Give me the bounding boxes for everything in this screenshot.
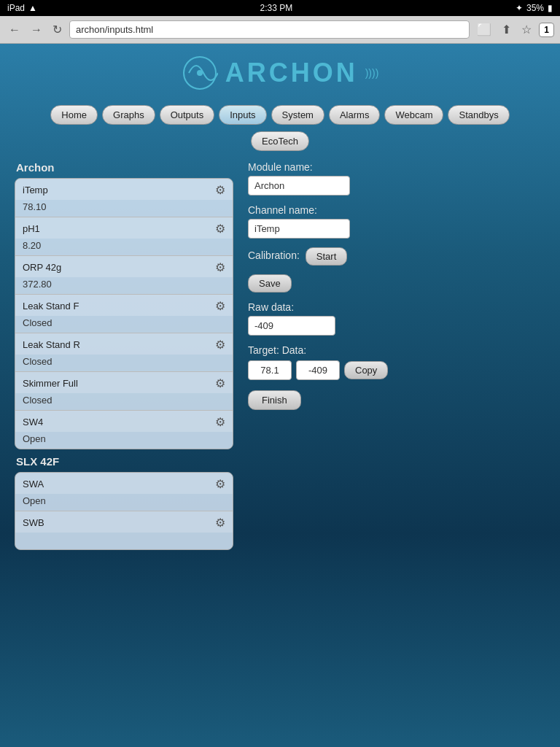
channel-ph1: pH1 ⚙ 8.20 [15,217,233,256]
battery-icon: ▮ [548,3,553,13]
gear-icon-swa[interactable]: ⚙ [215,477,225,491]
status-bar: iPad ▲ 2:33 PM ✦ 35% ▮ [0,0,560,16]
nav-standbys[interactable]: Standbys [448,105,509,125]
channel-value-itemp: 78.10 [15,200,233,217]
target-value: 78.1 [248,360,292,380]
status-bar-left: iPad ▲ [7,3,37,13]
svg-point-1 [197,70,203,76]
raw-data-label: Raw data: [248,301,545,313]
gear-icon-leak-r[interactable]: ⚙ [215,338,225,352]
gear-icon-orp[interactable]: ⚙ [215,260,225,274]
logo-wifi-icon: )))) [365,67,379,79]
reload-button[interactable]: ↻ [50,21,65,38]
finish-group: Finish [248,380,545,410]
channel-header-skimmer: Skimmer Full ⚙ [15,372,233,393]
channel-swb: SWB ⚙ [15,511,233,549]
channel-header-leak-r: Leak Stand R ⚙ [15,333,233,355]
channel-orp: ORP 42g ⚙ 372.80 [15,256,233,295]
channel-name-input[interactable] [248,219,350,239]
channel-name-sw4: SW4 [23,417,43,427]
url-bar[interactable] [69,20,470,39]
calibration-start-button[interactable]: Start [306,247,347,266]
channel-value-swa: Open [15,494,233,511]
logo-text: ARCHON [225,58,358,88]
raw-data-group: Raw data: -409 [248,301,545,336]
nav-outputs[interactable]: Outputs [160,105,215,125]
channel-swa: SWA ⚙ Open [15,473,233,511]
nav-graphs[interactable]: Graphs [102,105,155,125]
raw-data-value: -409 [248,316,335,336]
channel-name-orp: ORP 42g [23,262,61,273]
calibration-row: Calibration: Start [248,247,545,266]
channel-header-itemp: iTemp ⚙ [15,179,233,200]
gear-icon-ph1[interactable]: ⚙ [215,222,225,236]
battery-label: 35% [526,3,544,13]
channel-name-skimmer: Skimmer Full [23,378,78,389]
archon-module-list: iTemp ⚙ 78.10 pH1 ⚙ 8.20 ORP 42g ⚙ [15,178,233,449]
save-button[interactable]: Save [248,274,292,293]
gear-icon-sw4[interactable]: ⚙ [215,415,225,429]
channel-value-ph1: 8.20 [15,239,233,255]
channel-name-leak-r: Leak Stand R [23,339,80,350]
channel-value-sw4: Open [15,432,233,449]
header: ARCHON )))) [0,44,560,101]
channel-header-swb: SWB ⚙ [15,511,233,533]
finish-button[interactable]: Finish [248,390,301,410]
browser-chrome: ← → ↻ ⬜ ⬆ ☆ 1 [0,16,560,44]
time-label: 2:33 PM [260,3,293,13]
nav-alarms[interactable]: Alarms [329,105,380,125]
section-divider: SLX 42F SWA ⚙ Open SWB ⚙ [15,455,233,550]
module-name-group: Module name: [248,161,545,196]
gear-icon-itemp[interactable]: ⚙ [215,183,225,197]
logo-icon [182,55,218,91]
share-icon[interactable]: ⬜ [474,21,494,38]
channel-value-orp: 372.80 [15,277,233,294]
nav-ecotech[interactable]: EcoTech [251,131,309,151]
channel-header-leak-f: Leak Stand F ⚙ [15,295,233,316]
target-data-row: 78.1 -409 Copy [248,360,545,380]
wifi-icon: ▲ [28,3,37,13]
nav-bar-2: EcoTech [0,128,560,154]
status-bar-right: ✦ 35% ▮ [516,3,553,13]
copy-button[interactable]: Copy [344,361,388,379]
nav-system[interactable]: System [271,105,324,125]
channel-leak-stand-r: Leak Stand R ⚙ Closed [15,333,233,372]
channel-leak-stand-f: Leak Stand F ⚙ Closed [15,295,233,333]
channel-itemp: iTemp ⚙ 78.10 [15,179,233,217]
right-panel: Module name: Channel name: Calibration: … [248,161,545,550]
tab-count[interactable]: 1 [539,23,554,37]
data-value: -409 [296,360,340,380]
left-panel: Archon iTemp ⚙ 78.10 pH1 ⚙ 8.20 [15,161,233,550]
channel-header-orp: ORP 42g ⚙ [15,256,233,277]
channel-name-itemp: iTemp [23,185,48,196]
bookmark-icon[interactable]: ☆ [518,21,534,38]
logo-container: ARCHON )))) [182,55,379,91]
nav-inputs[interactable]: Inputs [219,105,266,125]
channel-header-ph1: pH1 ⚙ [15,217,233,239]
channel-value-leak-f: Closed [15,316,233,333]
channel-value-leak-r: Closed [15,355,233,371]
channel-value-swb [15,533,233,549]
module-name-input[interactable] [248,176,350,196]
channel-skimmer: Skimmer Full ⚙ Closed [15,372,233,411]
nav-bar: Home Graphs Outputs Inputs System Alarms… [0,101,560,128]
channel-name-group: Channel name: [248,204,545,239]
calibration-label: Calibration: [248,249,300,261]
page-background: ARCHON )))) Home Graphs Outputs Inputs S… [0,44,560,744]
upload-icon[interactable]: ⬆ [499,21,514,38]
channel-name-label: Channel name: [248,204,545,216]
nav-home[interactable]: Home [50,105,98,125]
forward-button[interactable]: → [28,22,45,38]
carrier-label: iPad [7,3,25,13]
bluetooth-icon: ✦ [516,3,523,13]
gear-icon-leak-f[interactable]: ⚙ [215,299,225,313]
nav-webcam[interactable]: Webcam [384,105,443,125]
section-title-slx: SLX 42F [15,455,233,468]
gear-icon-skimmer[interactable]: ⚙ [215,376,225,390]
section-title-archon: Archon [15,161,233,174]
channel-header-sw4: SW4 ⚙ [15,411,233,432]
channel-value-skimmer: Closed [15,393,233,410]
module-name-label: Module name: [248,161,545,173]
back-button[interactable]: ← [6,22,23,38]
gear-icon-swb[interactable]: ⚙ [215,516,225,530]
